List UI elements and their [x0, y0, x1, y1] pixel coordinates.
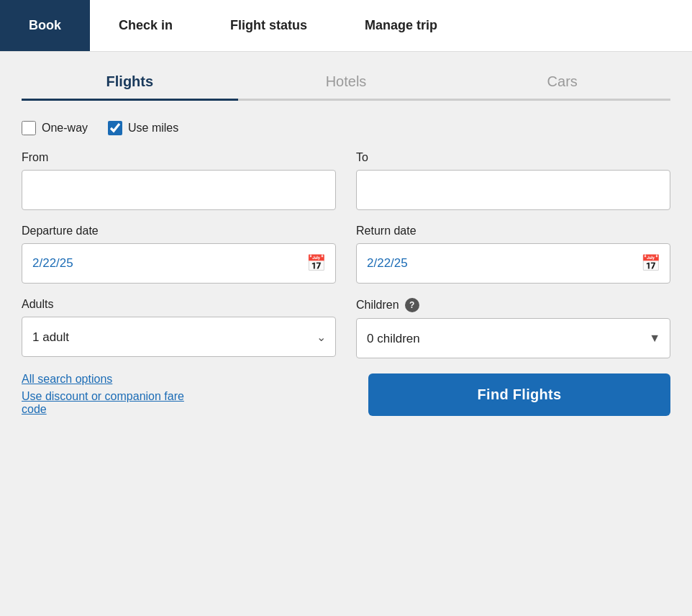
adults-group: Adults 1 adult 2 adults 3 adults 4 adult…: [22, 298, 336, 358]
adults-select[interactable]: 1 adult 2 adults 3 adults 4 adults: [22, 317, 336, 357]
adults-select-wrapper: 1 adult 2 adults 3 adults 4 adults ⌄: [22, 317, 336, 357]
nav-book-label: Book: [29, 18, 61, 33]
top-nav: Book Check in Flight status Manage trip: [0, 0, 692, 52]
nav-book[interactable]: Book: [0, 0, 90, 51]
to-label: To: [356, 151, 670, 164]
return-label: Return date: [356, 225, 670, 237]
tab-row: Flights Hotels Cars: [22, 73, 670, 101]
nav-manage-trip-label: Manage trip: [365, 18, 437, 33]
tab-flights[interactable]: Flights: [22, 73, 238, 101]
nav-manage-trip[interactable]: Manage trip: [336, 0, 466, 51]
children-label-row: Children ?: [356, 298, 670, 312]
departure-group: Departure date 📅: [22, 225, 336, 284]
to-group: To: [356, 151, 670, 210]
tab-hotels-label: Hotels: [326, 73, 367, 89]
return-date-input[interactable]: [356, 243, 670, 284]
from-input[interactable]: [22, 170, 336, 210]
departure-date-input[interactable]: [22, 243, 336, 284]
return-group: Return date 📅: [356, 225, 670, 284]
nav-checkin[interactable]: Check in: [90, 0, 201, 51]
from-group: From: [22, 151, 336, 210]
children-select[interactable]: 0 children 1 child 2 children 3 children: [356, 318, 670, 358]
tab-flights-label: Flights: [106, 73, 154, 89]
all-search-options-link[interactable]: All search options: [22, 373, 209, 386]
tab-hotels[interactable]: Hotels: [238, 73, 455, 101]
oneway-option[interactable]: One-way: [22, 121, 88, 135]
nav-flight-status[interactable]: Flight status: [201, 0, 336, 51]
bottom-row: All search options Use discount or compa…: [22, 373, 670, 416]
departure-date-wrapper: 📅: [22, 243, 336, 284]
from-label: From: [22, 151, 336, 164]
links-column: All search options Use discount or compa…: [22, 373, 209, 416]
find-flights-button[interactable]: Find Flights: [368, 373, 670, 416]
children-group: Children ? 0 children 1 child 2 children…: [356, 298, 670, 358]
tab-cars-label: Cars: [547, 73, 578, 89]
from-to-row: From To: [22, 151, 670, 210]
usemiles-checkbox[interactable]: [108, 121, 122, 135]
dates-row: Departure date 📅 Return date 📅: [22, 225, 670, 284]
children-select-wrapper: 0 children 1 child 2 children 3 children…: [356, 318, 670, 358]
children-help-icon[interactable]: ?: [405, 298, 419, 312]
to-input[interactable]: [356, 170, 670, 210]
main-content: Flights Hotels Cars One-way Use miles Fr…: [0, 52, 692, 445]
oneway-label: One-way: [42, 122, 88, 135]
usemiles-option[interactable]: Use miles: [108, 121, 178, 135]
passengers-row: Adults 1 adult 2 adults 3 adults 4 adult…: [22, 298, 670, 358]
tab-cars[interactable]: Cars: [454, 73, 670, 101]
nav-flight-status-label: Flight status: [230, 18, 307, 33]
options-row: One-way Use miles: [22, 121, 670, 135]
children-label: Children: [356, 299, 399, 312]
discount-code-link[interactable]: Use discount or companion fare code: [22, 390, 209, 416]
return-date-wrapper: 📅: [356, 243, 670, 284]
usemiles-label: Use miles: [128, 122, 178, 135]
departure-label: Departure date: [22, 225, 336, 237]
oneway-checkbox[interactable]: [22, 121, 36, 135]
nav-checkin-label: Check in: [119, 18, 173, 33]
adults-label: Adults: [22, 298, 336, 311]
